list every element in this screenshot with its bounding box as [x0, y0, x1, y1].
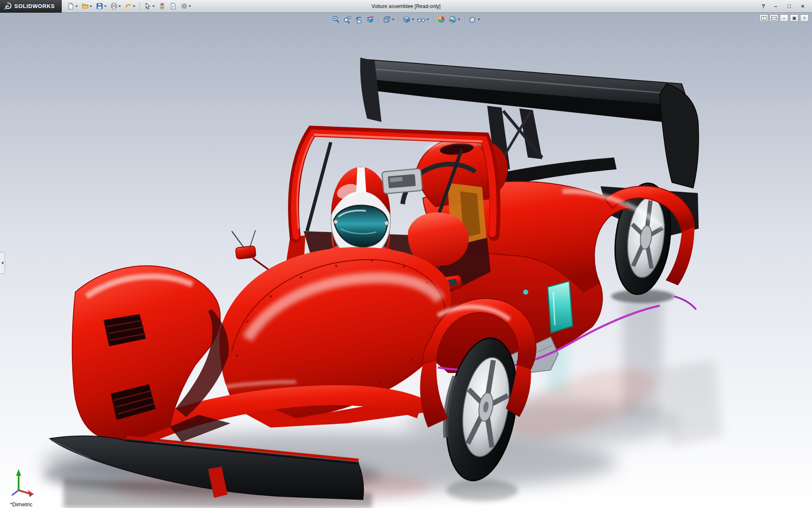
display-style-icon — [403, 15, 411, 24]
view-settings-button[interactable] — [468, 15, 481, 24]
document-window-controls: – ▣ × — [760, 14, 809, 22]
zoom-to-area-icon — [343, 15, 352, 24]
new-document-icon — [67, 3, 74, 10]
select-cursor-icon — [144, 3, 151, 10]
open-button[interactable] — [80, 1, 93, 11]
view-orientation-label: *Dimetric — [10, 501, 33, 508]
solidworks-logo: SOLIDWORKS — [0, 0, 62, 13]
zoom-to-fit-button[interactable] — [332, 15, 341, 24]
window-controls: ? – □ × — [760, 2, 812, 11]
collapse-arrow-icon — [1, 261, 3, 265]
doc-close-button[interactable]: × — [800, 14, 809, 22]
dropdown-caret-icon — [152, 6, 155, 7]
triad-x-axis — [28, 490, 34, 497]
open-icon — [82, 3, 89, 10]
toolbar-separator — [433, 16, 433, 23]
dropdown-caret-icon — [118, 6, 121, 7]
options-button[interactable] — [179, 1, 192, 11]
heads-up-view-toolbar — [332, 15, 481, 24]
display-style-button[interactable] — [402, 15, 415, 24]
apply-scene-button[interactable] — [448, 15, 461, 24]
hide-show-items-button[interactable] — [417, 15, 430, 24]
close-button[interactable]: × — [798, 2, 808, 11]
zoom-to-area-button[interactable] — [343, 15, 352, 24]
rebuild-icon — [159, 3, 166, 10]
toolbar-separator — [379, 16, 379, 23]
brand-text: SOLIDWORKS — [14, 3, 55, 9]
triad-z-axis — [12, 490, 19, 495]
doc-minimize-button[interactable]: – — [780, 14, 788, 22]
split-horizontal-icon — [771, 16, 776, 20]
edit-appearance-icon — [437, 15, 446, 24]
view-orientation-icon — [383, 15, 391, 24]
dropdown-caret-icon — [75, 6, 78, 7]
view-orientation-button[interactable] — [382, 15, 395, 24]
graphics-area[interactable]: – ▣ × *Dimetric — [0, 13, 812, 508]
hide-show-items-icon — [417, 15, 426, 24]
mirror-housing — [382, 168, 422, 194]
triad-y-axis — [16, 469, 21, 476]
view-settings-icon — [469, 15, 477, 24]
dropdown-caret-icon — [478, 19, 480, 20]
print-button[interactable] — [109, 1, 122, 11]
save-icon — [96, 3, 103, 10]
split-horizontal-button[interactable] — [770, 14, 778, 22]
split-vertical-button[interactable] — [760, 14, 768, 22]
options-gear-icon — [181, 3, 188, 10]
previous-view-button[interactable] — [354, 15, 364, 24]
previous-view-icon — [355, 15, 363, 24]
standard-toolbar — [66, 1, 192, 11]
help-button[interactable]: ? — [760, 3, 767, 9]
dropdown-caret-icon — [104, 6, 107, 7]
zoom-to-fit-icon — [332, 15, 340, 24]
section-view-icon — [366, 15, 375, 24]
select-button[interactable] — [143, 1, 156, 11]
toolbar-separator — [464, 16, 465, 23]
save-button[interactable] — [95, 1, 108, 11]
minimize-button[interactable]: – — [771, 2, 781, 11]
dropdown-caret-icon — [412, 19, 414, 20]
orientation-triad — [6, 468, 40, 501]
side-mirror-left — [236, 246, 256, 260]
undo-icon — [125, 3, 132, 10]
split-vertical-icon — [761, 16, 766, 20]
section-view-button[interactable] — [366, 15, 375, 24]
toolbar-separator — [398, 16, 399, 23]
dropdown-caret-icon — [427, 19, 429, 20]
dropdown-caret-icon — [133, 6, 135, 7]
maximize-button[interactable]: □ — [784, 2, 794, 11]
solidworks-window: SOLIDWORKS — [0, 0, 812, 508]
new-document-button[interactable] — [66, 1, 79, 11]
toolbar-separator — [140, 3, 140, 10]
doc-restore-button[interactable]: ▣ — [790, 14, 798, 22]
file-properties-button[interactable] — [168, 1, 178, 11]
undo-button[interactable] — [123, 1, 137, 11]
dropdown-caret-icon — [392, 19, 395, 20]
side-window — [548, 281, 573, 333]
edit-appearance-button[interactable] — [437, 15, 446, 24]
file-properties-icon — [170, 3, 177, 10]
titlebar: SOLIDWORKS — [0, 0, 812, 13]
model-3d-view[interactable] — [0, 13, 812, 508]
rebuild-button[interactable] — [157, 1, 167, 11]
dropdown-caret-icon — [458, 19, 461, 20]
dropdown-caret-icon — [189, 6, 191, 7]
ds-logo-icon — [3, 2, 12, 11]
apply-scene-icon — [449, 15, 457, 24]
feature-tree-collapse-tab[interactable] — [0, 252, 5, 274]
dropdown-caret-icon — [90, 6, 92, 7]
print-icon — [110, 3, 118, 10]
